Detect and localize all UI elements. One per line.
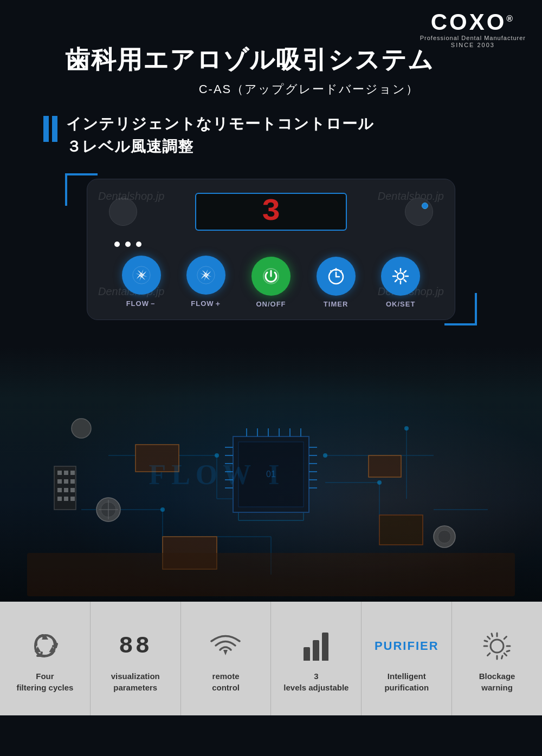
svg-rect-86 xyxy=(64,497,68,501)
filtering-label: Fourfiltering cycles xyxy=(16,670,73,693)
feature-blockage: Blockagewarning xyxy=(452,602,542,715)
bars-icon-area xyxy=(304,627,328,665)
on-off-label: ON/OFF xyxy=(256,300,286,308)
levels-label: 3levels adjustable xyxy=(283,670,349,693)
svg-rect-88 xyxy=(27,553,515,596)
bars-icon xyxy=(304,631,328,661)
svg-rect-81 xyxy=(70,479,75,484)
gear-icon xyxy=(391,266,410,286)
bar-1 xyxy=(304,647,310,661)
logo-area: COXO® Professional Dental Manufacturer S… xyxy=(420,11,526,48)
purifier-text: PURIFIER xyxy=(375,640,439,652)
svg-line-10 xyxy=(331,271,332,272)
display-screen: 3 xyxy=(195,193,347,231)
svg-line-20 xyxy=(395,279,397,282)
timer-icon xyxy=(326,266,346,286)
svg-point-37 xyxy=(215,453,219,458)
timer-button[interactable]: TIMER xyxy=(317,257,356,308)
feature-visualization: 88 visualizationparameters xyxy=(91,602,181,715)
svg-rect-80 xyxy=(64,479,68,484)
flow-minus-button[interactable]: FLOW－ xyxy=(122,256,161,309)
feature-bar: インテリジェントなリモートコントロール ３レベル風速調整 xyxy=(22,114,520,157)
wifi-icon xyxy=(208,631,243,661)
blue-bar-1 xyxy=(43,116,49,142)
feature-levels: 3levels adjustable xyxy=(271,602,362,715)
svg-rect-84 xyxy=(70,488,75,492)
flow-minus-circle[interactable] xyxy=(122,256,161,295)
bottom-bar: Fourfiltering cycles 88 visualizationpar… xyxy=(0,602,542,715)
ok-set-label: OK/SET xyxy=(386,300,415,308)
warning-icon-area xyxy=(481,627,513,665)
svg-line-101 xyxy=(507,650,509,651)
dots-row xyxy=(104,242,438,247)
on-off-circle[interactable] xyxy=(251,257,291,296)
timer-circle[interactable] xyxy=(317,257,356,296)
dot-3 xyxy=(136,242,141,247)
remote-label: remotecontrol xyxy=(212,670,240,693)
feature-text-block: インテリジェントなリモートコントロール ３レベル風速調整 xyxy=(66,114,374,157)
power-icon xyxy=(261,266,281,286)
svg-line-94 xyxy=(488,636,490,638)
svg-line-18 xyxy=(404,279,406,282)
model-subtitle: C-AS（アップグレードバージョン） xyxy=(98,81,520,97)
recycle-icon xyxy=(29,630,61,662)
left-circle-button[interactable] xyxy=(109,198,137,226)
blue-bar-2 xyxy=(52,116,57,142)
digit-display: 88 xyxy=(119,634,152,658)
svg-point-1 xyxy=(139,273,143,277)
svg-line-100 xyxy=(485,641,487,642)
timer-label: TIMER xyxy=(324,300,348,308)
svg-rect-78 xyxy=(70,471,75,475)
svg-line-17 xyxy=(395,271,397,273)
svg-point-12 xyxy=(397,273,404,279)
svg-line-11 xyxy=(340,271,341,272)
svg-rect-77 xyxy=(64,471,68,475)
bar-2 xyxy=(313,640,319,661)
svg-point-73 xyxy=(438,530,451,543)
svg-point-41 xyxy=(160,507,165,512)
logo-since: SINCE 2003 xyxy=(420,42,526,48)
feature-purifier: PURIFIER Intelligentpurification xyxy=(362,602,452,715)
feature-filtering: Fourfiltering cycles xyxy=(0,602,91,715)
svg-point-42 xyxy=(404,426,409,431)
japanese-title: 歯科用エアロゾル吸引システム xyxy=(65,43,520,77)
svg-line-96 xyxy=(504,636,506,638)
flow-minus-label: FLOW－ xyxy=(126,299,157,309)
svg-point-40 xyxy=(377,480,382,485)
svg-rect-87 xyxy=(70,497,75,501)
purifier-label: Intelligentpurification xyxy=(384,670,429,693)
right-circle-button[interactable] xyxy=(405,198,433,226)
svg-line-97 xyxy=(488,653,490,655)
trademark: ® xyxy=(506,14,515,23)
svg-point-74 xyxy=(72,419,91,438)
svg-rect-83 xyxy=(64,488,68,492)
svg-point-89 xyxy=(491,640,504,653)
logo-subtitle: Professional Dental Manufacturer xyxy=(420,35,526,41)
brand-name: COXO xyxy=(431,9,507,35)
dot-2 xyxy=(125,242,131,247)
svg-line-98 xyxy=(492,634,493,636)
fan-plus-icon xyxy=(196,265,216,285)
device-container: Dentalshop.jp Dentalshop.jp Dentalshop.j… xyxy=(22,168,520,331)
on-off-button[interactable]: ON/OFF xyxy=(251,257,291,308)
ok-set-circle[interactable] xyxy=(381,257,420,296)
svg-line-19 xyxy=(404,271,406,273)
flow-plus-circle[interactable] xyxy=(186,256,225,295)
buttons-row: FLOW－ xyxy=(104,256,438,309)
blue-bars-icon xyxy=(43,116,57,142)
svg-point-3 xyxy=(204,273,208,277)
svg-point-38 xyxy=(323,453,327,458)
dot-1 xyxy=(114,242,120,247)
svg-rect-67 xyxy=(379,515,423,545)
svg-rect-79 xyxy=(57,479,62,484)
top-section: COXO® Professional Dental Manufacturer S… xyxy=(0,0,542,347)
bar-3 xyxy=(322,633,328,661)
visualization-label: visualizationparameters xyxy=(111,670,160,693)
ok-set-button[interactable]: OK/SET xyxy=(381,257,420,308)
display-number: 3 xyxy=(262,196,281,227)
svg-rect-82 xyxy=(57,488,62,492)
svg-rect-76 xyxy=(57,471,62,475)
fan-minus-icon xyxy=(132,265,151,285)
flow-plus-button[interactable]: FLOW＋ xyxy=(186,256,225,309)
flow-plus-label: FLOW＋ xyxy=(191,299,221,309)
